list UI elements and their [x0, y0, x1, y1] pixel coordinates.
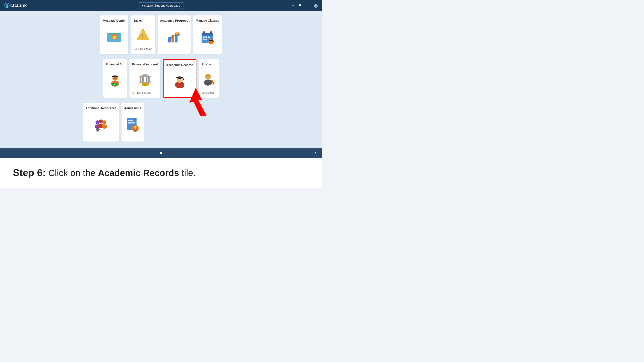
tile-profile[interactable]: Profile 201762939: [199, 59, 219, 98]
svg-rect-58: [98, 127, 98, 128]
tile-message-center-title: Message Center: [103, 19, 126, 22]
team-gear-icon: [93, 117, 108, 132]
doc-user-icon: [125, 117, 140, 132]
tiles-row-1: Message Center @ Tasks !: [100, 15, 222, 54]
tile-tasks[interactable]: Tasks ! No current tasks: [131, 15, 155, 54]
payment-due-text: Payment Due: [136, 91, 151, 94]
bottom-bar: ↻: [0, 148, 322, 158]
step-text-after: tile.: [179, 168, 196, 178]
tile-additional-resources-title: Additional Resources: [86, 106, 116, 110]
tile-admissions[interactable]: Admissions: [122, 103, 144, 142]
svg-rect-34: [148, 77, 150, 82]
svg-point-47: [204, 79, 212, 86]
svg-rect-16: [208, 36, 210, 38]
svg-point-44: [183, 79, 184, 80]
tile-financial-aid-title: Financial Aid: [106, 63, 124, 66]
tile-admissions-title: Admissions: [124, 106, 141, 110]
svg-rect-63: [128, 120, 133, 121]
chart-icon: [166, 30, 182, 44]
svg-text:$: $: [114, 84, 115, 86]
main-content: Message Center @ Tasks !: [0, 11, 322, 148]
tile-academic-progress-icon-wrap: [160, 24, 188, 51]
tile-message-center[interactable]: Message Center @: [100, 15, 128, 54]
tile-financial-aid-icon-wrap: $: [106, 68, 124, 94]
tiles-row-3: Additional Resources: [83, 103, 239, 142]
svg-rect-32: [142, 77, 144, 82]
warning-icon: !: [136, 28, 150, 43]
logo: Ⓢ ctcLink: [4, 2, 27, 9]
tile-profile-title: Profile: [202, 63, 211, 66]
svg-rect-17: [203, 39, 204, 40]
svg-point-69: [133, 129, 137, 132]
svg-rect-31: [140, 77, 142, 82]
mail-icon: @: [106, 31, 122, 44]
calendar-icon: [200, 30, 215, 45]
tile-tasks-icon-wrap: !: [134, 24, 152, 47]
svg-rect-12: [203, 31, 205, 34]
svg-line-43: [183, 78, 184, 79]
compass-icon[interactable]: ◎: [314, 3, 318, 8]
grad-student-icon: [172, 73, 188, 89]
more-icon[interactable]: ⋮: [306, 3, 310, 8]
tile-message-center-icon-wrap: @: [103, 24, 126, 51]
tiles-row-2: Financial Aid $: [103, 59, 219, 98]
navbar-right: ⌂ ⚑ ⋮ ◎: [292, 3, 318, 8]
tile-academic-progress[interactable]: Academic Progress: [158, 15, 191, 54]
svg-rect-61: [99, 129, 100, 130]
svg-point-46: [205, 73, 211, 79]
bank-icon: [137, 72, 153, 86]
tile-manage-classes[interactable]: Manage Classes: [193, 15, 222, 54]
logo-text: ctcLink: [10, 3, 27, 8]
empty-cell-1: [146, 103, 192, 142]
svg-rect-60: [96, 129, 96, 130]
svg-rect-15: [206, 36, 207, 38]
svg-rect-14: [203, 36, 204, 38]
svg-rect-18: [206, 39, 207, 40]
tile-financial-account-icon-wrap: [132, 68, 158, 90]
tile-academic-records-title: Academic Records: [166, 63, 193, 67]
tile-academic-records[interactable]: Academic Records: [163, 59, 196, 98]
flag-icon[interactable]: ⚑: [298, 3, 302, 8]
svg-point-68: [134, 126, 136, 129]
no-tasks-text: No current tasks: [134, 48, 152, 51]
tile-profile-icon-wrap: [202, 68, 216, 90]
tile-academic-records-icon-wrap: [166, 68, 193, 94]
tile-admissions-icon-wrap: [124, 111, 141, 138]
homepage-label: ▾ ctcLink Student Homepage: [142, 4, 180, 7]
svg-rect-65: [128, 123, 134, 124]
homepage-button[interactable]: ▾ ctcLink Student Homepage: [138, 2, 184, 9]
refresh-icon[interactable]: ↻: [314, 151, 318, 156]
navbar: Ⓢ ctcLink ▾ ctcLink Student Homepage ⌂ ⚑…: [0, 0, 322, 11]
tile-tasks-title: Tasks: [134, 19, 142, 22]
svg-rect-59: [98, 131, 98, 132]
tile-financial-account[interactable]: Financial Account: [130, 59, 160, 98]
logo-icon: Ⓢ: [4, 2, 10, 9]
svg-point-54: [102, 120, 106, 124]
tiles-section: Message Center @ Tasks !: [6, 15, 316, 144]
svg-rect-35: [139, 82, 151, 83]
step-text: Step 6: Click on the Academic Records ti…: [13, 166, 309, 179]
navbar-center: ▾ ctcLink Student Homepage: [138, 2, 184, 9]
tile-financial-aid[interactable]: Financial Aid $: [103, 59, 127, 98]
svg-point-52: [99, 119, 103, 123]
empty-cell-2: [194, 103, 239, 142]
tile-financial-account-title: Financial Account: [132, 63, 158, 66]
svg-point-55: [102, 124, 107, 129]
tile-manage-classes-title: Manage Classes: [196, 19, 219, 22]
svg-text:!: !: [142, 33, 144, 39]
svg-rect-64: [128, 122, 135, 123]
step-highlight: Academic Records: [98, 168, 179, 178]
svg-rect-33: [146, 77, 148, 82]
step-area: Step 6: Click on the Academic Records ti…: [0, 158, 322, 188]
tile-additional-resources-icon-wrap: [86, 111, 116, 138]
svg-marker-30: [138, 73, 152, 77]
profile-edit-icon: [202, 72, 216, 86]
svg-point-38: [146, 82, 149, 86]
svg-rect-13: [210, 31, 212, 34]
svg-text:@: @: [112, 35, 116, 39]
home-icon[interactable]: ⌂: [292, 3, 294, 8]
grad-money-icon: $: [108, 74, 122, 88]
scroll-dot: [160, 152, 162, 154]
svg-point-57: [97, 129, 99, 130]
tile-additional-resources[interactable]: Additional Resources: [83, 103, 119, 142]
